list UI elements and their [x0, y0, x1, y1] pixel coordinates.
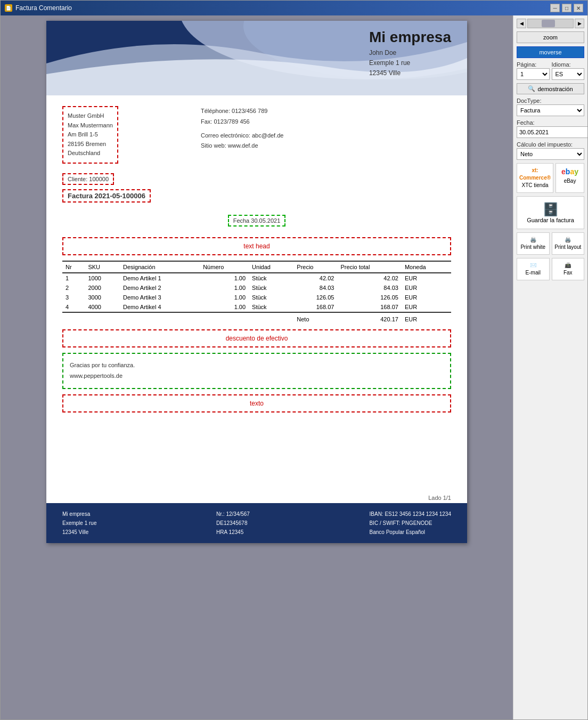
footer-bic: BIC / SWIFT: PNGENODE [370, 519, 451, 528]
company-header: Mi empresa John Doe Exemple 1 rue 12345 … [369, 29, 451, 79]
cell-desc: Demo Artikel 4 [120, 302, 200, 312]
tax-select[interactable]: Neto [517, 148, 584, 160]
demo-search-button[interactable]: 🔍 demostración [517, 83, 584, 94]
scroll-right-arrow[interactable]: ▶ [575, 19, 584, 28]
ebay-label: eBay [558, 177, 582, 185]
invoice-preview-area: Mi empresa John Doe Exemple 1 rue 12345 … [1, 15, 513, 719]
move-button[interactable]: moverse [517, 46, 584, 58]
company-name: Mi empresa [369, 29, 451, 46]
cell-sku: 2000 [85, 283, 120, 293]
invoice-header: Mi empresa John Doe Exemple 1 rue 12345 … [46, 21, 467, 95]
xtc-logo: xt:Commerce® [519, 167, 551, 182]
col-unit: Unidad [249, 261, 293, 273]
col-currency: Moneda [402, 261, 451, 273]
save-icon: 🗄️ [519, 202, 582, 217]
fax-button[interactable]: 📠 Fax [552, 258, 585, 280]
close-button[interactable]: ✕ [574, 4, 583, 12]
print-white-button[interactable]: 🖨️ Print white [517, 232, 550, 255]
app-window: 📄 Factura Comentario ─ □ ✕ [0, 0, 588, 720]
email-button[interactable]: ✉️ E-mail [517, 258, 550, 280]
print-layout-label: Print layout [554, 244, 582, 251]
cell-total: 168.07 [337, 302, 402, 312]
app-icon: 📄 [5, 4, 12, 12]
client-id-box: Cliente: 100000 [62, 173, 114, 185]
recipient-line3: Am Brill 1-5 [68, 130, 113, 140]
footer-hra: HRA 12345 [216, 528, 250, 537]
page-label: Página: [517, 61, 550, 68]
footer-address: Exemple 1 rue [62, 519, 96, 528]
cell-total: 84.03 [337, 283, 402, 293]
fax-icon: 📠 [554, 262, 582, 269]
neto-value: 420.17 [337, 312, 402, 324]
fax-line: Fax: 0123/789 456 [201, 117, 451, 127]
cell-qty: 1.00 [200, 302, 249, 312]
communication-icons: ✉️ E-mail 📠 Fax [517, 258, 584, 280]
footer-city: 12345 Ville [62, 528, 96, 537]
table-row: 1 1000 Demo Artikel 1 1.00 Stück 42.02 4… [62, 273, 451, 283]
col-desc: Designación [120, 261, 200, 273]
cell-nr: 4 [62, 302, 85, 312]
fax-label: Fax [554, 269, 582, 277]
scroll-bar: ◀ ▶ [517, 19, 584, 28]
cell-qty: 1.00 [200, 293, 249, 302]
table-row: 4 4000 Demo Artikel 4 1.00 Stück 168.07 … [62, 302, 451, 312]
cell-unit: Stück [249, 283, 293, 293]
text-head-box: text head [62, 237, 451, 255]
print-layout-button[interactable]: 🖨️ Print layout [552, 232, 585, 255]
scroll-track[interactable] [527, 19, 574, 28]
invoice-document: Mi empresa John Doe Exemple 1 rue 12345 … [46, 21, 467, 543]
print-layout-icon: 🖨️ [554, 236, 582, 244]
website-line: Sitio web: www.def.de [201, 141, 451, 151]
cell-desc: Demo Artikel 2 [120, 283, 200, 293]
scroll-left-arrow[interactable]: ◀ [517, 19, 526, 28]
cell-unit: Stück [249, 273, 293, 283]
print-white-label: Print white [519, 244, 547, 251]
cell-nr: 2 [62, 283, 85, 293]
table-row: 3 3000 Demo Artikel 3 1.00 Stück 126.05 … [62, 293, 451, 302]
cell-price: 126.05 [293, 293, 337, 302]
col-total: Precio total [337, 261, 402, 273]
language-select[interactable]: ES DE EN [552, 68, 585, 80]
window-title: Factura Comentario [15, 4, 72, 12]
cell-desc: Demo Artikel 3 [120, 293, 200, 302]
save-label: Guardar la factura [519, 217, 582, 223]
page-indicator: Lado 1/1 [46, 492, 467, 503]
minimize-button[interactable]: ─ [550, 4, 560, 12]
fecha-input[interactable] [517, 126, 587, 138]
contact-city: 12345 Ville [369, 68, 451, 78]
save-invoice-button[interactable]: 🗄️ Guardar la factura [517, 196, 584, 229]
col-nr: Nr [62, 261, 85, 273]
email-line: Correo electrónico: abc@def.de [201, 131, 451, 141]
cell-sku: 3000 [85, 293, 120, 302]
page-select[interactable]: 1 [517, 68, 550, 80]
contact-name: John Doe [369, 48, 451, 58]
footer-nr: Nr.: 12/34/567 [216, 509, 250, 519]
cell-price: 42.02 [293, 273, 337, 283]
cell-currency: EUR [402, 293, 451, 302]
neto-label-cell [62, 312, 293, 324]
ebay-button[interactable]: ebay eBay [556, 163, 584, 193]
footer-bank: Banco Popular Español [370, 528, 451, 537]
window-controls: ─ □ ✕ [550, 4, 583, 12]
sidebar: ◀ ▶ zoom moverse Página: 1 Idiom [513, 15, 587, 719]
zoom-button[interactable]: zoom [517, 31, 584, 43]
maximize-button[interactable]: □ [562, 4, 571, 12]
cell-qty: 1.00 [200, 283, 249, 293]
contact-address: Exemple 1 rue [369, 58, 451, 68]
thank-you-line1: Gracias por tu confianza. [70, 360, 444, 371]
xtc-button[interactable]: xt:Commerce® XTC tienda [517, 163, 553, 193]
contact-info: Téléphone: 0123/456 789 Fax: 0123/789 45… [201, 106, 451, 151]
doctype-select[interactable]: Factura [517, 104, 584, 116]
cell-price: 168.07 [293, 302, 337, 312]
cell-sku: 4000 [85, 302, 120, 312]
neto-currency: EUR [402, 312, 451, 324]
table-row: 2 2000 Demo Artikel 2 1.00 Stück 84.03 8… [62, 283, 451, 293]
platform-icons: xt:Commerce® XTC tienda ebay eBay [517, 163, 584, 193]
col-price: Precio [293, 261, 337, 273]
doctype-label: DocType: [517, 98, 584, 104]
fecha-label: Fecha: [517, 119, 584, 126]
print-white-icon: 🖨️ [519, 236, 547, 244]
recipient-line5: Deutschland [68, 149, 113, 158]
invoice-table: Nr SKU Designación Número Unidad Precio … [62, 261, 451, 324]
email-label: E-mail [519, 269, 547, 277]
